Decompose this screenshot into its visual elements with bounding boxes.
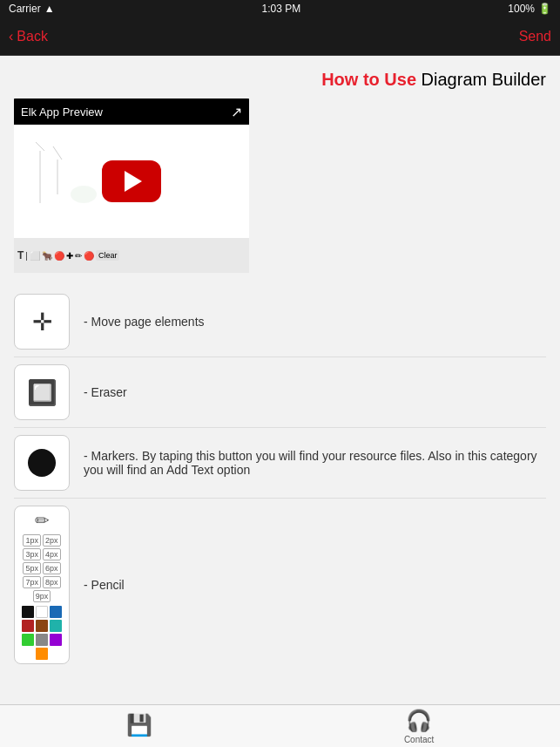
marker-icon-box (14, 435, 70, 491)
video-title-bar: Elk App Preview ↗ (14, 98, 249, 126)
status-bar: Carrier ▲ 1:03 PM 100% 🔋 (0, 0, 560, 17)
eraser-icon: 🔲 (27, 378, 57, 407)
back-chevron-icon: ‹ (9, 29, 13, 44)
page-title: How to Use Diagram Builder (0, 56, 560, 98)
size-8px: 8px (43, 576, 61, 588)
toolbar-clear-label: Clear (96, 250, 120, 261)
size-4px: 4px (43, 548, 61, 560)
size-6px: 6px (43, 562, 61, 574)
swatch-brown (36, 620, 48, 632)
video-container: Elk App Preview ↗ T | ⬜ 🐂 🔴 (14, 98, 249, 273)
page-title-rest: Diagram Builder (416, 70, 546, 89)
toolbar-color-icon: 🔴 (54, 251, 64, 261)
play-triangle-icon (125, 171, 142, 192)
feature-move-row: ✛ - Move page elements (0, 287, 560, 357)
send-button[interactable]: Send (519, 29, 551, 44)
swatch-white (36, 606, 48, 618)
swatch-teal (50, 620, 62, 632)
save-icon: 💾 (126, 713, 152, 737)
youtube-play-button[interactable] (102, 160, 161, 202)
size-7px: 7px (23, 576, 41, 588)
scroll-content: How to Use Diagram Builder Elk App Previ… (0, 56, 560, 669)
swatch-red (22, 620, 34, 632)
tab-bar: 💾 🎧 Contact (0, 704, 560, 747)
battery-label: 100% (508, 3, 535, 15)
toolbar-pen-icon: ✏ (75, 251, 82, 261)
video-play-area[interactable] (14, 125, 249, 238)
size-9px: 9px (33, 590, 51, 602)
time-label: 1:03 PM (262, 3, 301, 15)
toolbar-sep1: | (25, 251, 28, 261)
pencil-sizes: 1px 2px 3px 4px 5px 6px 7px 8px 9px (18, 534, 65, 602)
size-2px: 2px (43, 534, 61, 547)
feature-marker-row: - Markers. By taping this button you wil… (0, 428, 560, 498)
color-swatches (18, 606, 65, 660)
size-5px: 5px (23, 562, 41, 574)
feature-pencil-row: ✏ 1px 2px 3px 4px 5px 6px 7px 8px 9px (0, 499, 560, 669)
swatch-purple (50, 634, 62, 646)
swatch-gray (36, 634, 48, 646)
toolbar-t-icon: T (17, 249, 24, 261)
video-title: Elk App Preview (21, 105, 103, 119)
toolbar-bg-icon: ⬜ (30, 251, 40, 261)
wifi-icon: ▲ (44, 3, 55, 15)
swatch-orange (36, 648, 48, 660)
toolbar-animal-icon: 🐂 (42, 251, 52, 261)
back-label: Back (17, 29, 48, 44)
video-share-icon[interactable]: ↗ (231, 104, 242, 120)
eraser-text: - Eraser (84, 385, 546, 399)
swatch-green (22, 634, 34, 646)
pencil-icon: ✏ (35, 510, 50, 531)
carrier-label: Carrier (9, 3, 41, 15)
headphone-icon: 🎧 (406, 709, 432, 733)
battery-icon: 🔋 (538, 3, 551, 15)
tab-contact-label: Contact (404, 735, 434, 744)
tab-contact[interactable]: 🎧 Contact (404, 709, 434, 744)
back-button[interactable]: ‹ Back (9, 29, 48, 44)
size-1px: 1px (23, 534, 41, 547)
marker-circle-icon (28, 449, 56, 477)
size-3px: 3px (23, 548, 41, 560)
marker-text: - Markers. By taping this button you wil… (84, 449, 546, 477)
toolbar-red-icon: 🔴 (84, 251, 94, 261)
page-title-highlight: How to Use (321, 70, 416, 89)
nav-bar: ‹ Back Send (0, 17, 560, 56)
status-right: 100% 🔋 (508, 3, 551, 15)
feature-eraser-row: 🔲 - Eraser (0, 357, 560, 427)
status-left: Carrier ▲ (9, 3, 55, 15)
pencil-text: - Pencil (84, 578, 546, 592)
move-icon-box: ✛ (14, 294, 70, 350)
pencil-icon-box: ✏ 1px 2px 3px 4px 5px 6px 7px 8px 9px (14, 506, 70, 664)
move-icon: ✛ (32, 308, 52, 336)
toolbar-plus-icon: ✚ (66, 251, 73, 261)
tab-save[interactable]: 💾 (126, 713, 152, 739)
swatch-black (22, 606, 34, 618)
swatch-blue (50, 606, 62, 618)
video-toolbar: T | ⬜ 🐂 🔴 ✚ ✏ 🔴 Clear (14, 238, 249, 273)
move-text: - Move page elements (84, 315, 546, 329)
eraser-icon-box: 🔲 (14, 364, 70, 420)
